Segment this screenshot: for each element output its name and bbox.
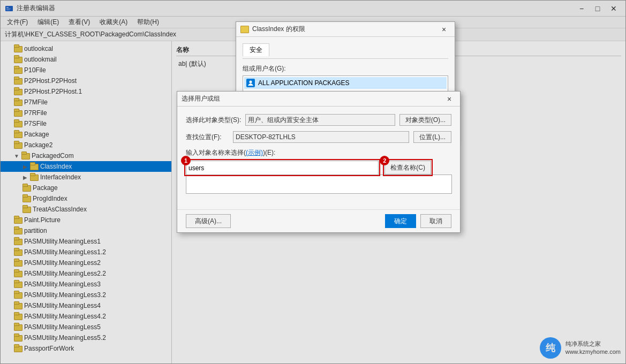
example-link[interactable]: (示例) [246,149,263,156]
object-type-row: 选择此对象类型(S): 对象类型(O)... [186,114,451,126]
badge-1: 1 [181,156,191,165]
select-dialog-close[interactable]: × [443,94,456,104]
select-dialog-title-bar: 选择用户或组 × [177,92,460,107]
svg-point-4 [250,81,252,84]
location-button[interactable]: 位置(L)... [413,131,451,143]
permissions-dialog-title-bar: ClassIndex 的权限 × [236,22,455,37]
additional-input[interactable] [186,175,452,194]
permissions-folder-icon [240,26,249,33]
permissions-dialog-close[interactable]: × [438,24,450,35]
location-input[interactable] [233,131,409,143]
location-row: 查找位置(F): 位置(L)... [186,131,451,143]
select-dialog-bottom-row: 高级(A)... 确定 取消 [177,209,460,232]
group-icon [246,79,255,87]
advanced-button[interactable]: 高级(A)... [186,214,231,228]
group-label: 组或用户名(G): [243,64,448,73]
location-label: 查找位置(F): [186,133,229,142]
select-user-group-dialog: 选择用户或组 × 选择此对象类型(S): 对象类型(O)... 查找位置(F):… [177,91,461,233]
input-section-label: 输入对象名称来选择((示例))(E): [186,148,451,157]
object-type-label: 选择此对象类型(S): [186,116,241,125]
group-list-item[interactable]: ALL APPLICATION PACKAGES [244,77,447,89]
select-cancel-button[interactable]: 取消 [420,214,451,228]
select-dialog-title-text: 选择用户或组 [182,94,220,103]
object-type-button[interactable]: 对象类型(O)... [399,114,451,126]
users-input-container: 1 2 检查名称(C) [186,161,451,195]
group-item-label: ALL APPLICATION PACKAGES [258,79,350,87]
select-dialog-body: 选择此对象类型(S): 对象类型(O)... 查找位置(F): 位置(L)...… [177,107,460,209]
permissions-dialog-title: ClassIndex 的权限 [252,25,305,34]
security-tab[interactable]: 安全 [243,43,448,59]
object-type-input[interactable] [245,114,395,126]
permissions-dialog-title-left: ClassIndex 的权限 [240,25,305,34]
check-name-button[interactable]: 检查名称(C) [384,161,431,175]
select-ok-button[interactable]: 确定 [385,214,416,228]
users-input[interactable] [186,161,379,175]
